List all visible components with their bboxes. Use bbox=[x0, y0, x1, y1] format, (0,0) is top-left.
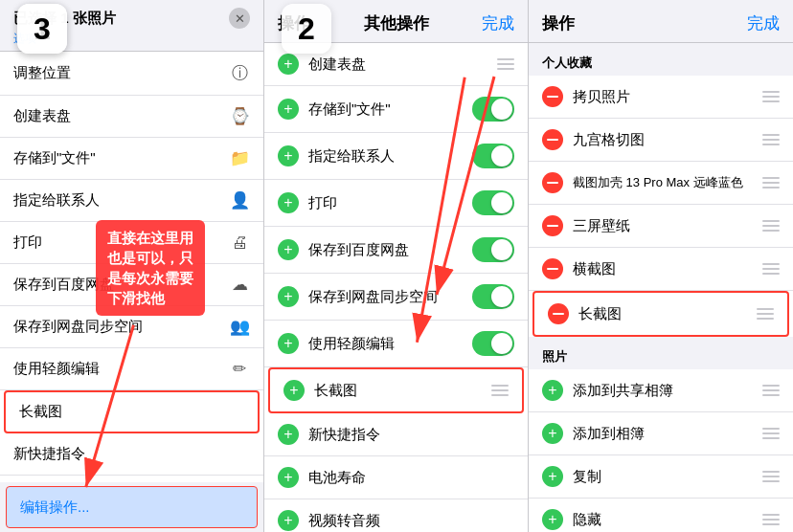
drag-handle[interactable] bbox=[762, 428, 780, 439]
toggle-assign-contact[interactable] bbox=[472, 144, 514, 168]
drag-handle[interactable] bbox=[497, 58, 514, 70]
panel2-item-long-screenshot[interactable]: + 长截图 bbox=[268, 367, 524, 413]
panel2-done-btn[interactable]: 完成 bbox=[482, 12, 514, 34]
plus-icon[interactable]: + bbox=[283, 380, 305, 401]
plus-icon[interactable]: + bbox=[278, 192, 299, 213]
panel3-op-label: 操作 bbox=[542, 12, 575, 34]
panel3-section-photos: 照片 bbox=[529, 337, 793, 369]
panel3-done-btn[interactable]: 完成 bbox=[747, 12, 780, 34]
panel3-item-horizontal-screenshot[interactable]: 横截图 bbox=[529, 248, 793, 291]
drag-handle[interactable] bbox=[762, 514, 780, 525]
panel2-item-video-audio[interactable]: + 视频转音频 bbox=[264, 499, 528, 532]
folder-icon: 📁 bbox=[229, 148, 250, 168]
drag-handle[interactable] bbox=[762, 220, 780, 232]
toggle-print[interactable] bbox=[472, 190, 514, 215]
panel2-item-save-sync[interactable]: + 保存到网盘同步空间 bbox=[264, 274, 528, 321]
panel1-action-list: 调整位置 ⓘ 创建表盘 ⌚ 存储到"文件" 📁 指定给联系人 👤 打印 bbox=[0, 52, 263, 482]
print-icon: 🖨 bbox=[229, 233, 250, 253]
panel1-item-new-shortcut[interactable]: 新快捷指令 bbox=[0, 433, 263, 476]
panel2-item-save-file[interactable]: + 存储到"文件" bbox=[264, 86, 528, 133]
panel3-section-favorites: 个人收藏 bbox=[529, 43, 793, 76]
panel3-header: 操作 完成 bbox=[529, 0, 793, 42]
minus-icon[interactable] bbox=[542, 172, 563, 193]
panel2-item-print[interactable]: + 打印 bbox=[264, 180, 528, 227]
panel3-item-long-screenshot[interactable]: 长截图 bbox=[532, 291, 789, 337]
panel-2: 2 操作 其他操作 完成 + 创建表盘 bbox=[264, 0, 529, 532]
sync-icon: 👥 bbox=[229, 317, 250, 337]
plus-icon[interactable]: + bbox=[278, 145, 299, 166]
panel3-item-add-shared-album[interactable]: + 添加到共享相簿 bbox=[529, 369, 793, 412]
plus-icon[interactable]: + bbox=[278, 510, 299, 531]
panel2-item-assign-contact[interactable]: + 指定给联系人 bbox=[264, 133, 528, 180]
toggle-save-sync[interactable] bbox=[472, 284, 514, 309]
toggle-save-baidu[interactable] bbox=[472, 237, 514, 262]
panel1-edit-btn[interactable]: 编辑操作... bbox=[6, 486, 258, 528]
toggle-use-editor[interactable] bbox=[472, 331, 514, 356]
panel1-item-assign-contact[interactable]: 指定给联系人 👤 bbox=[0, 180, 263, 222]
drag-handle[interactable] bbox=[762, 471, 780, 482]
minus-icon[interactable] bbox=[542, 86, 563, 107]
minus-icon[interactable] bbox=[542, 129, 563, 150]
drag-handle[interactable] bbox=[762, 263, 780, 275]
drag-handle[interactable] bbox=[762, 134, 780, 145]
minus-icon[interactable] bbox=[542, 215, 563, 236]
panel3-item-duplicate[interactable]: + 复制 bbox=[529, 455, 793, 499]
panel2-action-list: + 创建表盘 + 存储到"文件" + 指 bbox=[264, 43, 528, 532]
panel1-item-create-table[interactable]: 创建表盘 ⌚ bbox=[0, 96, 263, 138]
panel1-item-print[interactable]: 打印 🖨 bbox=[0, 222, 263, 264]
info-icon: ⓘ bbox=[229, 62, 250, 84]
drag-handle[interactable] bbox=[762, 385, 780, 396]
panel1-item-save-file[interactable]: 存储到"文件" 📁 bbox=[0, 138, 263, 180]
panel1-item-use-editor[interactable]: 使用轻颜编辑 ✏ bbox=[0, 348, 263, 390]
plus-icon[interactable]: + bbox=[278, 333, 299, 354]
panel3-action-list: 个人收藏 拷贝照片 九宫格切图 bbox=[529, 43, 793, 532]
panel1-item-long-screenshot[interactable]: 长截图 bbox=[4, 390, 260, 433]
plus-icon[interactable]: + bbox=[278, 239, 299, 260]
badge-3: 3 bbox=[17, 4, 67, 54]
plus-icon[interactable]: + bbox=[278, 467, 299, 488]
watch-icon: ⌚ bbox=[229, 106, 250, 126]
cloud-icon: ☁ bbox=[229, 275, 250, 295]
panel2-title: 其他操作 bbox=[364, 12, 429, 34]
drag-handle[interactable] bbox=[491, 385, 509, 396]
edit-icon: ✏ bbox=[229, 359, 250, 379]
panel2-item-battery[interactable]: + 电池寿命 bbox=[264, 456, 528, 499]
panel1-item-save-baidu[interactable]: 保存到百度网盘 ☁ bbox=[0, 264, 263, 306]
contact-icon: 👤 bbox=[229, 190, 250, 211]
minus-icon[interactable] bbox=[542, 258, 563, 279]
panel2-item-save-baidu[interactable]: + 保存到百度网盘 bbox=[264, 227, 528, 274]
panel2-item-new-shortcut[interactable]: + 新快捷指令 bbox=[264, 413, 528, 456]
panel3-item-screenshot-case[interactable]: 截图加壳 13 Pro Max 远峰蓝色 bbox=[529, 162, 793, 205]
drag-handle[interactable] bbox=[762, 177, 780, 188]
panel1-item-save-sync[interactable]: 保存到网盘同步空间 👥 bbox=[0, 306, 263, 348]
panel-3: 3 操作 完成 个人收藏 拷贝照片 九宫格 bbox=[529, 0, 793, 532]
drag-handle[interactable] bbox=[757, 308, 774, 320]
plus-icon[interactable]: + bbox=[542, 423, 563, 444]
badge-2: 2 bbox=[282, 4, 331, 54]
plus-icon[interactable]: + bbox=[542, 466, 563, 487]
minus-icon[interactable] bbox=[548, 303, 569, 324]
panel2-item-use-editor[interactable]: + 使用轻颜编辑 bbox=[264, 321, 528, 367]
panel3-item-three-wallpaper[interactable]: 三屏壁纸 bbox=[529, 205, 793, 248]
plus-icon[interactable]: + bbox=[278, 286, 299, 307]
plus-icon[interactable]: + bbox=[542, 380, 563, 401]
panel-1: 1 已选择 1 张照片 ✕ 选项 > 调整位置 ⓘ 创建表盘 ⌚ bbox=[0, 0, 264, 532]
plus-icon[interactable]: + bbox=[278, 54, 299, 75]
plus-icon[interactable]: + bbox=[278, 99, 299, 120]
plus-icon[interactable]: + bbox=[278, 424, 299, 445]
drag-handle[interactable] bbox=[762, 91, 780, 102]
panel1-item-adjust[interactable]: 调整位置 ⓘ bbox=[0, 52, 263, 96]
panel3-item-hide[interactable]: + 隐藏 bbox=[529, 499, 793, 532]
plus-icon[interactable]: + bbox=[542, 509, 563, 530]
panel1-close-btn[interactable]: ✕ bbox=[229, 8, 250, 29]
panel3-item-nine-grid[interactable]: 九宫格切图 bbox=[529, 119, 793, 162]
toggle-save-file[interactable] bbox=[472, 97, 514, 122]
panel1-item-battery[interactable]: 电池寿命 ▬ bbox=[0, 476, 263, 482]
panel3-item-add-album[interactable]: + 添加到相簿 bbox=[529, 412, 793, 455]
panel3-item-copy-photo[interactable]: 拷贝照片 bbox=[529, 76, 793, 119]
